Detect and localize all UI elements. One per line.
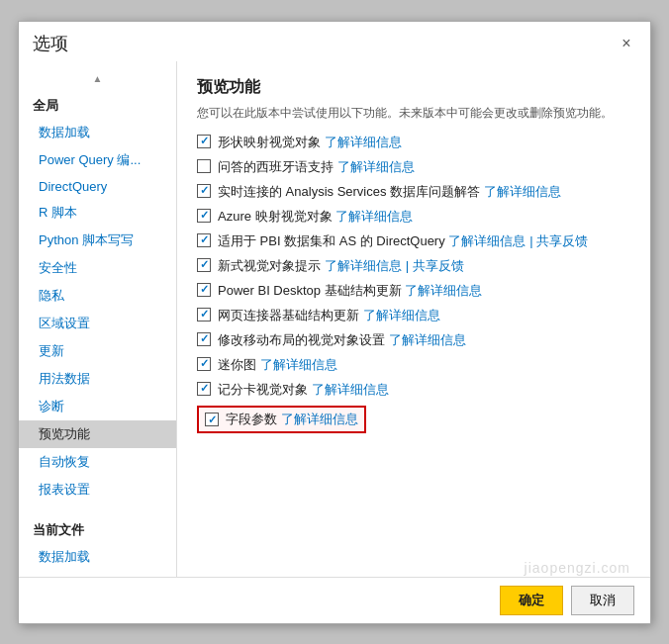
feature-text-0: 形状映射视觉对象 xyxy=(218,134,321,151)
section-title: 预览功能 xyxy=(197,77,630,98)
feature-text-6: Power BI Desktop 基础结构更新 xyxy=(218,282,402,300)
sidebar-item-power-query[interactable]: Power Query 编... xyxy=(19,146,176,174)
checkbox-4[interactable] xyxy=(197,233,211,247)
feature-text-2: 实时连接的 Analysis Services 数据库问题解答 xyxy=(218,183,480,201)
global-section-label: 全局 xyxy=(19,89,176,119)
checkbox-9[interactable] xyxy=(197,357,211,371)
dialog-titlebar: 选项 × xyxy=(19,22,650,61)
sidebar-item-cur-data-load[interactable]: 数据加载 xyxy=(19,543,176,571)
feature-link-6[interactable]: 了解详细信息 xyxy=(405,282,482,300)
sidebar-item-r-script[interactable]: R 脚本 xyxy=(19,199,176,227)
feature-text-4: 适用于 PBI 数据集和 AS 的 DirectQuery xyxy=(218,232,445,250)
sidebar-item-data-load[interactable]: 数据加载 xyxy=(19,119,176,146)
sidebar-item-region[interactable]: 区域设置 xyxy=(19,310,176,337)
feature-text-10: 记分卡视觉对象 xyxy=(218,381,308,399)
feature-link-1[interactable]: 了解详细信息 xyxy=(337,158,415,176)
confirm-button[interactable]: 确定 xyxy=(500,586,563,615)
main-content: 预览功能 您可以在此版本中尝试使用以下功能。未来版本中可能会更改或删除预览功能。… xyxy=(177,61,650,577)
feature-link-7[interactable]: 了解详细信息 xyxy=(363,307,440,324)
options-dialog: 选项 × ▲ 全局 数据加载 Power Query 编... DirectQu… xyxy=(18,21,651,624)
feature-link-3[interactable]: 了解详细信息 xyxy=(335,208,413,226)
feature-link-10[interactable]: 了解详细信息 xyxy=(312,381,389,399)
feature-item-6: Power BI Desktop 基础结构更新 了解详细信息 xyxy=(197,282,630,300)
feature-item-8: 修改移动布局的视觉对象设置 了解详细信息 xyxy=(197,331,630,349)
checkbox-5[interactable] xyxy=(197,258,211,272)
sidebar-item-update[interactable]: 更新 xyxy=(19,337,176,365)
sidebar-item-preview[interactable]: 预览功能 xyxy=(19,420,176,448)
feature-extra-5: | 共享反馈 xyxy=(406,257,464,275)
feature-item-9: 迷你图 了解详细信息 xyxy=(197,356,630,374)
checkbox-1[interactable] xyxy=(197,159,211,173)
sidebar-item-auto-recover[interactable]: 自动恢复 xyxy=(19,448,176,476)
sidebar: ▲ 全局 数据加载 Power Query 编... DirectQuery R… xyxy=(19,61,177,577)
dialog-footer: jiaopengzi.com 确定 取消 xyxy=(19,577,650,623)
feature-link-2[interactable]: 了解详细信息 xyxy=(484,183,561,201)
feature-item-11: 字段参数 了解详细信息 xyxy=(197,406,630,433)
sidebar-item-cur-region[interactable]: 区域设置 xyxy=(19,571,176,577)
feature-extra-4: | 共享反馈 xyxy=(529,232,588,250)
scroll-up-indicator: ▲ xyxy=(19,69,176,89)
section-description: 您可以在此版本中尝试使用以下功能。未来版本中可能会更改或删除预览功能。 xyxy=(197,104,630,122)
feature-text-5: 新式视觉对象提示 xyxy=(218,257,321,275)
checkbox-8[interactable] xyxy=(197,332,211,346)
sidebar-item-security[interactable]: 安全性 xyxy=(19,254,176,282)
cancel-button[interactable]: 取消 xyxy=(571,586,634,615)
checkbox-7[interactable] xyxy=(197,308,211,322)
feature-link-8[interactable]: 了解详细信息 xyxy=(389,331,466,349)
feature-text-3: Azure 映射视觉对象 xyxy=(218,208,333,226)
feature-text-9: 迷你图 xyxy=(218,356,256,374)
feature-item-5: 新式视觉对象提示 了解详细信息 | 共享反馈 xyxy=(197,257,630,275)
current-section-label: 当前文件 xyxy=(19,513,176,543)
feature-item-0: 形状映射视觉对象 了解详细信息 xyxy=(197,134,630,151)
feature-link-5[interactable]: 了解详细信息 xyxy=(325,257,402,275)
feature-link-0[interactable]: 了解详细信息 xyxy=(325,134,402,151)
checkbox-6[interactable] xyxy=(197,283,211,297)
sidebar-item-diagnostics[interactable]: 诊断 xyxy=(19,393,176,420)
feature-item-3: Azure 映射视觉对象 了解详细信息 xyxy=(197,208,630,226)
checkbox-3[interactable] xyxy=(197,209,211,223)
feature-link-9[interactable]: 了解详细信息 xyxy=(260,356,337,374)
sidebar-item-report-settings[interactable]: 报表设置 xyxy=(19,476,176,504)
feature-link-4[interactable]: 了解详细信息 xyxy=(448,232,526,250)
feature-text-11: 字段参数 xyxy=(226,411,277,428)
feature-text-1: 问答的西班牙语支持 xyxy=(218,158,334,176)
checkbox-10[interactable] xyxy=(197,382,211,396)
sidebar-item-direct-query[interactable]: DirectQuery xyxy=(19,174,176,199)
checkbox-0[interactable] xyxy=(197,135,211,148)
dialog-title: 选项 xyxy=(33,32,68,55)
checkbox-11[interactable] xyxy=(205,413,219,426)
sidebar-item-usage[interactable]: 用法数据 xyxy=(19,365,176,393)
feature-item-1: 问答的西班牙语支持 了解详细信息 xyxy=(197,158,630,176)
checkbox-2[interactable] xyxy=(197,184,211,198)
feature-item-10: 记分卡视觉对象 了解详细信息 xyxy=(197,381,630,399)
sidebar-item-privacy[interactable]: 隐私 xyxy=(19,282,176,310)
feature-text-8: 修改移动布局的视觉对象设置 xyxy=(218,331,385,349)
close-button[interactable]: × xyxy=(617,34,636,53)
feature-item-4: 适用于 PBI 数据集和 AS 的 DirectQuery 了解详细信息 | 共… xyxy=(197,232,630,250)
feature-text-7: 网页连接器基础结构更新 xyxy=(218,307,359,324)
feature-link-11[interactable]: 了解详细信息 xyxy=(281,411,358,428)
dialog-body: ▲ 全局 数据加载 Power Query 编... DirectQuery R… xyxy=(19,61,650,577)
feature-item-2: 实时连接的 Analysis Services 数据库问题解答 了解详细信息 xyxy=(197,183,630,201)
sidebar-item-python-script[interactable]: Python 脚本写写 xyxy=(19,227,176,254)
feature-item-7: 网页连接器基础结构更新 了解详细信息 xyxy=(197,307,630,324)
